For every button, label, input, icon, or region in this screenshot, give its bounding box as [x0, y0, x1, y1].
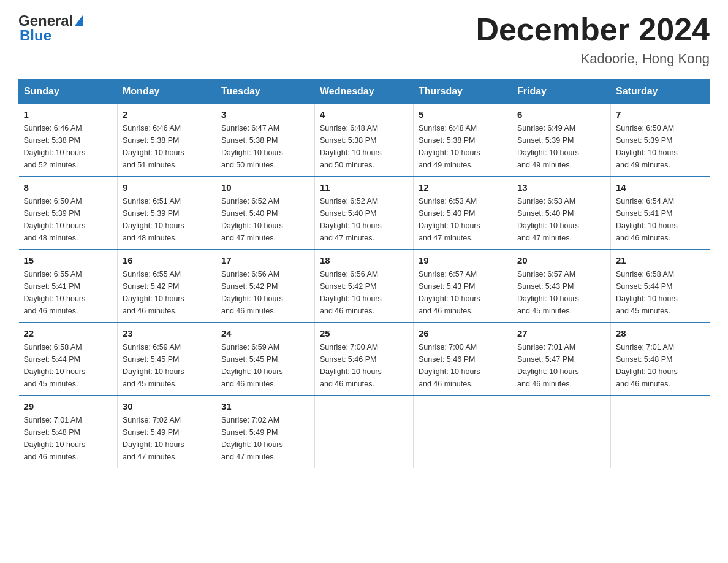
calendar-cell: 16 Sunrise: 6:55 AM Sunset: 5:42 PM Dayl… — [118, 250, 216, 323]
header-thursday: Thursday — [414, 80, 512, 104]
day-number: 28 — [616, 328, 705, 339]
day-number: 25 — [320, 328, 408, 339]
day-info: Sunrise: 7:02 AM Sunset: 5:49 PM Dayligh… — [221, 414, 309, 463]
day-info: Sunrise: 6:56 AM Sunset: 5:42 PM Dayligh… — [221, 268, 309, 317]
day-number: 13 — [517, 182, 605, 193]
day-info: Sunrise: 6:46 AM Sunset: 5:38 PM Dayligh… — [24, 122, 113, 171]
logo-arrow-icon — [74, 15, 83, 26]
day-info: Sunrise: 6:53 AM Sunset: 5:40 PM Dayligh… — [517, 195, 605, 244]
day-number: 26 — [419, 328, 507, 339]
calendar-cell: 3 Sunrise: 6:47 AM Sunset: 5:38 PM Dayli… — [216, 104, 315, 177]
logo-blue-text: Blue — [20, 27, 51, 44]
week-row-5: 29 Sunrise: 7:01 AM Sunset: 5:48 PM Dayl… — [19, 396, 710, 468]
day-info: Sunrise: 6:58 AM Sunset: 5:44 PM Dayligh… — [24, 341, 113, 390]
calendar-cell: 13 Sunrise: 6:53 AM Sunset: 5:40 PM Dayl… — [512, 177, 611, 250]
week-row-4: 22 Sunrise: 6:58 AM Sunset: 5:44 PM Dayl… — [19, 323, 710, 396]
day-number: 18 — [320, 255, 408, 266]
day-info: Sunrise: 6:59 AM Sunset: 5:45 PM Dayligh… — [221, 341, 309, 390]
calendar-cell — [315, 396, 414, 468]
calendar-cell: 17 Sunrise: 6:56 AM Sunset: 5:42 PM Dayl… — [216, 250, 315, 323]
day-info: Sunrise: 6:50 AM Sunset: 5:39 PM Dayligh… — [24, 195, 113, 244]
page-header: General Blue December 2024 Kadoorie, Hon… — [18, 12, 710, 67]
calendar-cell: 23 Sunrise: 6:59 AM Sunset: 5:45 PM Dayl… — [118, 323, 216, 396]
calendar-cell — [414, 396, 512, 468]
day-number: 8 — [24, 182, 113, 193]
calendar-cell: 28 Sunrise: 7:01 AM Sunset: 5:48 PM Dayl… — [611, 323, 710, 396]
day-info: Sunrise: 6:55 AM Sunset: 5:41 PM Dayligh… — [24, 268, 113, 317]
calendar-cell: 12 Sunrise: 6:53 AM Sunset: 5:40 PM Dayl… — [414, 177, 512, 250]
calendar-cell: 8 Sunrise: 6:50 AM Sunset: 5:39 PM Dayli… — [19, 177, 118, 250]
day-number: 7 — [616, 109, 705, 120]
calendar-cell: 4 Sunrise: 6:48 AM Sunset: 5:38 PM Dayli… — [315, 104, 414, 177]
day-number: 19 — [419, 255, 507, 266]
day-info: Sunrise: 7:01 AM Sunset: 5:48 PM Dayligh… — [616, 341, 705, 390]
day-info: Sunrise: 6:48 AM Sunset: 5:38 PM Dayligh… — [320, 122, 408, 171]
day-info: Sunrise: 6:57 AM Sunset: 5:43 PM Dayligh… — [419, 268, 507, 317]
day-number: 9 — [123, 182, 211, 193]
header-wednesday: Wednesday — [315, 80, 414, 104]
calendar-cell: 10 Sunrise: 6:52 AM Sunset: 5:40 PM Dayl… — [216, 177, 315, 250]
day-number: 29 — [24, 401, 113, 412]
day-info: Sunrise: 6:52 AM Sunset: 5:40 PM Dayligh… — [221, 195, 309, 244]
day-number: 14 — [616, 182, 705, 193]
calendar-subtitle: Kadoorie, Hong Kong — [476, 51, 710, 67]
week-row-3: 15 Sunrise: 6:55 AM Sunset: 5:41 PM Dayl… — [19, 250, 710, 323]
day-number: 11 — [320, 182, 408, 193]
header-friday: Friday — [512, 80, 611, 104]
calendar-cell: 20 Sunrise: 6:57 AM Sunset: 5:43 PM Dayl… — [512, 250, 611, 323]
day-info: Sunrise: 7:01 AM Sunset: 5:47 PM Dayligh… — [517, 341, 605, 390]
day-number: 23 — [123, 328, 211, 339]
day-info: Sunrise: 6:47 AM Sunset: 5:38 PM Dayligh… — [221, 122, 309, 171]
day-info: Sunrise: 6:55 AM Sunset: 5:42 PM Dayligh… — [123, 268, 211, 317]
header-sunday: Sunday — [19, 80, 118, 104]
calendar-cell: 2 Sunrise: 6:46 AM Sunset: 5:38 PM Dayli… — [118, 104, 216, 177]
calendar-cell — [611, 396, 710, 468]
calendar-cell: 30 Sunrise: 7:02 AM Sunset: 5:49 PM Dayl… — [118, 396, 216, 468]
day-info: Sunrise: 6:54 AM Sunset: 5:41 PM Dayligh… — [616, 195, 705, 244]
day-info: Sunrise: 6:49 AM Sunset: 5:39 PM Dayligh… — [517, 122, 605, 171]
calendar-cell: 15 Sunrise: 6:55 AM Sunset: 5:41 PM Dayl… — [19, 250, 118, 323]
calendar-cell: 14 Sunrise: 6:54 AM Sunset: 5:41 PM Dayl… — [611, 177, 710, 250]
calendar-cell: 25 Sunrise: 7:00 AM Sunset: 5:46 PM Dayl… — [315, 323, 414, 396]
day-info: Sunrise: 6:58 AM Sunset: 5:44 PM Dayligh… — [616, 268, 705, 317]
calendar-title: December 2024 — [476, 12, 710, 47]
day-info: Sunrise: 6:48 AM Sunset: 5:38 PM Dayligh… — [419, 122, 507, 171]
calendar-cell: 22 Sunrise: 6:58 AM Sunset: 5:44 PM Dayl… — [19, 323, 118, 396]
day-number: 2 — [123, 109, 211, 120]
day-info: Sunrise: 6:57 AM Sunset: 5:43 PM Dayligh… — [517, 268, 605, 317]
day-number: 20 — [517, 255, 605, 266]
day-number: 21 — [616, 255, 705, 266]
calendar-cell: 18 Sunrise: 6:56 AM Sunset: 5:42 PM Dayl… — [315, 250, 414, 323]
day-info: Sunrise: 7:00 AM Sunset: 5:46 PM Dayligh… — [419, 341, 507, 390]
header-monday: Monday — [118, 80, 216, 104]
title-block: December 2024 Kadoorie, Hong Kong — [476, 12, 710, 67]
calendar-cell: 19 Sunrise: 6:57 AM Sunset: 5:43 PM Dayl… — [414, 250, 512, 323]
week-row-2: 8 Sunrise: 6:50 AM Sunset: 5:39 PM Dayli… — [19, 177, 710, 250]
calendar-cell — [512, 396, 611, 468]
day-info: Sunrise: 6:50 AM Sunset: 5:39 PM Dayligh… — [616, 122, 705, 171]
day-number: 17 — [221, 255, 309, 266]
calendar-cell: 1 Sunrise: 6:46 AM Sunset: 5:38 PM Dayli… — [19, 104, 118, 177]
day-info: Sunrise: 6:53 AM Sunset: 5:40 PM Dayligh… — [419, 195, 507, 244]
day-info: Sunrise: 7:02 AM Sunset: 5:49 PM Dayligh… — [123, 414, 211, 463]
day-number: 31 — [221, 401, 309, 412]
calendar-cell: 6 Sunrise: 6:49 AM Sunset: 5:39 PM Dayli… — [512, 104, 611, 177]
calendar-cell: 24 Sunrise: 6:59 AM Sunset: 5:45 PM Dayl… — [216, 323, 315, 396]
day-number: 4 — [320, 109, 408, 120]
day-number: 27 — [517, 328, 605, 339]
calendar-cell: 9 Sunrise: 6:51 AM Sunset: 5:39 PM Dayli… — [118, 177, 216, 250]
day-number: 30 — [123, 401, 211, 412]
day-info: Sunrise: 7:01 AM Sunset: 5:48 PM Dayligh… — [24, 414, 113, 463]
day-number: 6 — [517, 109, 605, 120]
header-saturday: Saturday — [611, 80, 710, 104]
calendar-cell: 29 Sunrise: 7:01 AM Sunset: 5:48 PM Dayl… — [19, 396, 118, 468]
calendar-header-row: SundayMondayTuesdayWednesdayThursdayFrid… — [19, 80, 710, 104]
calendar-cell: 26 Sunrise: 7:00 AM Sunset: 5:46 PM Dayl… — [414, 323, 512, 396]
day-info: Sunrise: 6:52 AM Sunset: 5:40 PM Dayligh… — [320, 195, 408, 244]
day-number: 10 — [221, 182, 309, 193]
calendar-cell: 7 Sunrise: 6:50 AM Sunset: 5:39 PM Dayli… — [611, 104, 710, 177]
calendar-table: SundayMondayTuesdayWednesdayThursdayFrid… — [18, 79, 710, 468]
calendar-cell: 11 Sunrise: 6:52 AM Sunset: 5:40 PM Dayl… — [315, 177, 414, 250]
calendar-cell: 21 Sunrise: 6:58 AM Sunset: 5:44 PM Dayl… — [611, 250, 710, 323]
day-number: 12 — [419, 182, 507, 193]
